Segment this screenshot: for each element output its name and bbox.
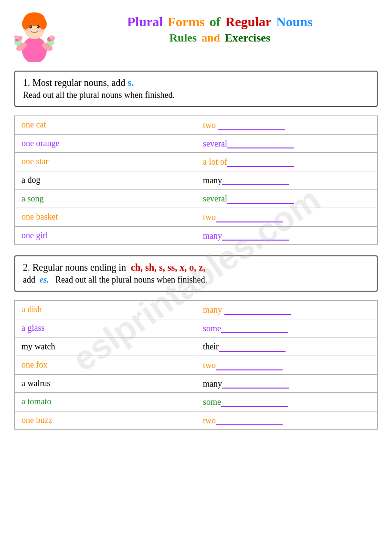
- exercise2-right-cell: two: [196, 411, 378, 430]
- table-row: a dogmany: [15, 171, 378, 190]
- rule2-text1: Regular nouns ending in: [32, 262, 126, 273]
- exercise1-right-cell: many: [196, 171, 378, 190]
- exercise1-right-cell: several: [196, 190, 378, 208]
- exercise2-left-cell: one buzz: [15, 411, 196, 430]
- rule2-title: 2. Regular nouns ending in ch, sh, s, ss…: [23, 262, 369, 273]
- svg-point-17: [37, 25, 40, 29]
- exercise1-table: one cattwo one orangeseveralone stara lo…: [14, 116, 378, 245]
- exercise2-left-cell: a glass: [15, 319, 196, 337]
- exercise2-left-cell: one fox: [15, 356, 196, 374]
- exercise2-right-cell: their: [196, 337, 378, 356]
- table-row: a tomatosome: [15, 393, 378, 411]
- table-row: one foxtwo: [15, 356, 378, 374]
- exercise2-table: a dishmany a glasssomemy watchtheirone f…: [14, 300, 378, 430]
- exercise2-right-cell: two: [196, 356, 378, 374]
- answer-blank: [222, 379, 289, 389]
- svg-point-21: [39, 29, 43, 32]
- exercise2-left-cell: a tomato: [15, 393, 196, 411]
- svg-point-10: [50, 35, 53, 39]
- exercise1-left-cell: a song: [15, 190, 196, 208]
- rule2-number: 2.: [23, 262, 30, 273]
- svg-point-18: [30, 26, 31, 27]
- rule1-box: 1. Most regular nouns, add s. Read out a…: [14, 71, 378, 107]
- rule2-text2: add: [23, 275, 35, 284]
- svg-point-6: [14, 35, 18, 39]
- table-row: my watchtheir: [15, 337, 378, 356]
- svg-point-16: [29, 25, 32, 29]
- exercise1-right-cell: several: [196, 134, 378, 153]
- answer-blank: [221, 323, 288, 334]
- rule1-number: 1.: [23, 77, 30, 88]
- exercise1-right-cell: a lot of: [196, 153, 378, 171]
- exercise2-right-cell: many: [196, 301, 378, 319]
- title-line1: Plural Forms of Regular Nouns: [127, 14, 312, 30]
- title2-word-rules: Rules: [170, 32, 197, 44]
- title-word-of: of: [210, 14, 221, 30]
- table-row: one buzztwo: [15, 411, 378, 430]
- rule2-text3: Read out all the plural nouns when finis…: [55, 275, 207, 284]
- exercise2-right-cell: some: [196, 319, 378, 337]
- exercise1-left-cell: a dog: [15, 171, 196, 190]
- exercise1-left-cell: one basket: [15, 208, 196, 226]
- answer-blank: [224, 305, 291, 315]
- exercise1-right-cell: two: [196, 208, 378, 226]
- title-line2: Rules and Exercises: [170, 32, 271, 44]
- answer-blank: [216, 415, 283, 426]
- title-block: Plural Forms of Regular Nouns Rules and …: [62, 10, 378, 44]
- answer-blank: [222, 175, 289, 186]
- title-word-plural: Plural: [127, 14, 163, 30]
- exercise2-right-cell: some: [196, 393, 378, 411]
- exercise1-left-cell: one cat: [15, 116, 196, 135]
- answer-blank: [222, 231, 289, 241]
- exercise1-left-cell: one girl: [15, 226, 196, 245]
- exercise2-left-cell: my watch: [15, 337, 196, 356]
- rule2-add: es.: [40, 275, 49, 284]
- answer-blank: [227, 138, 294, 149]
- character-illustration: [14, 10, 57, 62]
- answer-blank: [218, 120, 285, 130]
- title2-word-and: and: [201, 32, 220, 44]
- rule2-sub: add es. Read out all the plural nouns wh…: [23, 275, 369, 285]
- table-row: a songseveral: [15, 190, 378, 208]
- table-row: one cattwo: [15, 116, 378, 135]
- exercise2-left-cell: a dish: [15, 301, 196, 319]
- exercise1-right-cell: many: [196, 226, 378, 245]
- exercise2-right-cell: many: [196, 374, 378, 393]
- rule1-title: 1. Most regular nouns, add s.: [23, 77, 369, 88]
- rule1-text1: Most regular nouns, add: [32, 77, 125, 88]
- svg-point-0: [22, 37, 47, 62]
- table-row: one stara lot of: [15, 153, 378, 171]
- svg-point-15: [39, 18, 47, 30]
- table-row: a glasssome: [15, 319, 378, 337]
- title-word-nouns: Nouns: [276, 14, 312, 30]
- exercise1-left-cell: one star: [15, 153, 196, 171]
- title2-word-exercises: Exercises: [225, 32, 271, 44]
- rule2-endings: ch, sh, s, ss, x, o, z,: [131, 262, 205, 273]
- rule1-sub: Read out all the plural nouns when finis…: [23, 90, 369, 100]
- answer-blank: [216, 212, 283, 222]
- table-row: a walrusmany: [15, 374, 378, 393]
- exercise1-left-cell: one orange: [15, 134, 196, 153]
- exercise2-left-cell: a walrus: [15, 374, 196, 393]
- table-row: a dishmany: [15, 301, 378, 319]
- answer-blank: [227, 157, 294, 167]
- svg-point-5: [18, 36, 22, 41]
- table-row: one baskettwo: [15, 208, 378, 226]
- header: Plural Forms of Regular Nouns Rules and …: [14, 10, 378, 62]
- answer-blank: [227, 193, 294, 204]
- table-row: one girlmany: [15, 226, 378, 245]
- svg-point-14: [22, 18, 30, 30]
- rule2-box: 2. Regular nouns ending in ch, sh, s, ss…: [14, 255, 378, 292]
- answer-blank: [221, 397, 288, 407]
- answer-blank: [219, 341, 286, 352]
- exercise1-right-cell: two: [196, 116, 378, 135]
- svg-point-19: [37, 26, 38, 27]
- title-word-forms: Forms: [168, 14, 205, 30]
- answer-blank: [216, 360, 283, 370]
- title-word-regular: Regular: [225, 14, 271, 30]
- table-row: one orangeseveral: [15, 134, 378, 153]
- rule1-add: s.: [127, 77, 134, 88]
- svg-point-20: [25, 29, 30, 32]
